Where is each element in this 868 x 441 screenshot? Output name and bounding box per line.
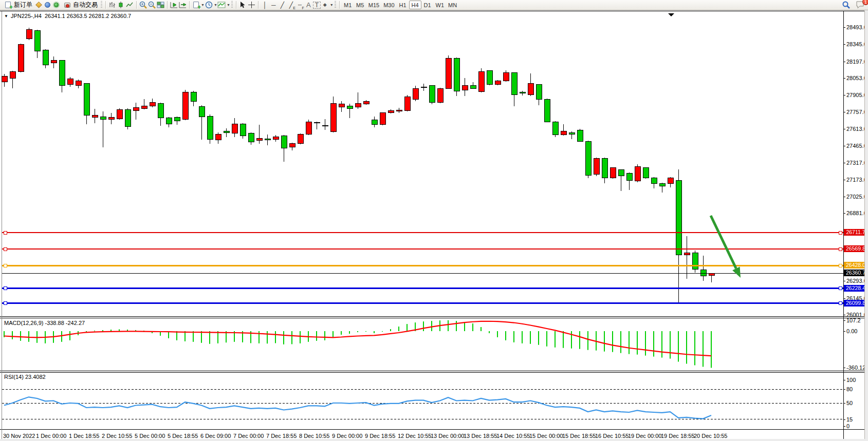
price-axis-label: 28345.0: [846, 41, 867, 47]
indicators-dropdown[interactable]: [217, 1, 226, 9]
chart-canvas[interactable]: [0, 11, 868, 441]
timeframe-button-m15[interactable]: M15: [366, 1, 381, 9]
chart-symbol-period: JPN225-,H4: [11, 13, 42, 19]
time-axis-label: 14 Dec 10:55: [496, 433, 530, 439]
time-axis-label: 1 Dec 18:55: [69, 433, 99, 439]
zoom-in-icon[interactable]: [139, 1, 147, 9]
macd-axis-label: -360.12: [846, 365, 865, 371]
new-order-icon: +: [4, 1, 12, 9]
price-axis-label: 27317.0: [846, 160, 867, 166]
chart-shift-marker-icon: [668, 13, 674, 16]
time-axis-label: 8 Dec 10:55: [299, 433, 329, 439]
metaeditor-icon[interactable]: [34, 1, 43, 9]
signals-icon[interactable]: [52, 1, 61, 9]
horizontal-line-26099.8[interactable]: [2, 302, 843, 305]
line-chart-icon[interactable]: [125, 1, 134, 9]
profiles-caret-icon[interactable]: ▼: [214, 3, 217, 7]
trendline-icon[interactable]: ╱: [278, 1, 287, 9]
price-axis-label: 28197.0: [846, 59, 867, 65]
price-axis-label: 28053.0: [846, 75, 867, 81]
time-axis-label: 9 Dec 18:55: [365, 433, 395, 439]
time-axis-label: 19 Dec 00:00: [628, 433, 661, 439]
rsi-axis-label: 50: [846, 400, 853, 406]
price-axis-label: 28493.0: [846, 24, 867, 30]
rsi-label: RSI(14) 23.4082: [4, 374, 46, 380]
rsi-axis-label: 15: [846, 416, 853, 423]
time-axis-label: 20 Dec 10:55: [694, 433, 727, 439]
vertical-line-icon[interactable]: │: [261, 1, 269, 9]
time-axis-label: 9 Dec 00:00: [332, 433, 362, 439]
timeframe-button-mn[interactable]: MN: [446, 1, 459, 9]
crosshair-icon[interactable]: [247, 1, 256, 9]
tile-windows-icon[interactable]: [156, 1, 165, 9]
window-right-edge: [864, 11, 868, 441]
bar-chart-icon[interactable]: [108, 1, 117, 9]
one-click-collapse-icon[interactable]: ▼: [4, 14, 8, 18]
time-axis-label: 13 Dec 00:00: [431, 433, 464, 439]
price-axis-label: 27905.0: [846, 92, 867, 98]
price-axis-label: 27465.0: [846, 143, 867, 149]
price-axis-label: 27025.0: [846, 194, 867, 200]
time-axis-label: 7 Dec 18:55: [266, 433, 297, 439]
new-order-label: 新订单: [14, 1, 32, 9]
chart-shift-icon[interactable]: [178, 1, 187, 9]
chat-icon[interactable]: 1: [855, 1, 866, 9]
time-axis-label: 30 Nov 2022: [3, 433, 35, 439]
time-axis-label: 6 Dec 09:00: [200, 433, 231, 439]
time-axis-label: 15 Dec 18:55: [562, 433, 596, 439]
candlestick-icon[interactable]: [117, 1, 125, 9]
text-tool-icon[interactable]: A: [304, 1, 313, 9]
time-axis-label: 12 Dec 10:55: [398, 433, 431, 439]
time-axis-label: 2 Dec 10:55: [102, 433, 132, 439]
horizontal-line-icon[interactable]: ─: [269, 1, 278, 9]
shapes-caret-icon[interactable]: ▼: [330, 3, 334, 7]
new-chart-dropdown[interactable]: +: [192, 1, 200, 9]
auto-trading-button[interactable]: 自动交易: [61, 1, 100, 10]
shapes-dropdown-icon[interactable]: ◆: [321, 1, 329, 9]
horizontal-line-26428[interactable]: [2, 264, 843, 267]
notification-badge: 1: [862, 0, 868, 5]
price-axis-label: 26293.0: [846, 278, 867, 284]
cursor-icon[interactable]: [238, 1, 247, 9]
time-axis-label: 16 Dec 10:55: [595, 433, 629, 439]
timeframe-button-h4[interactable]: H4: [409, 1, 421, 9]
metatrader-window: + 新订单 自动交易: [0, 0, 868, 441]
search-icon[interactable]: [842, 1, 851, 9]
rsi-axis-label: 100: [846, 377, 856, 383]
candles: [2, 28, 714, 304]
timeframe-button-m30[interactable]: M30: [381, 1, 396, 9]
time-axis-label: 19 Dec 18:55: [661, 433, 694, 439]
horizontal-line-26569.8[interactable]: [2, 247, 843, 251]
timeframe-button-h1[interactable]: H1: [397, 1, 409, 9]
indicators-caret-icon[interactable]: ▼: [227, 3, 230, 7]
fibonacci-icon[interactable]: ┄ F: [296, 1, 304, 9]
price-axis-label: 27613.0: [846, 126, 867, 132]
macd-axis-label: 107.2: [846, 317, 861, 323]
toolbar: + 新订单 自动交易: [0, 0, 868, 10]
chart-ohlc-values: 26341.1 26363.5 26281.2 26360.7: [45, 13, 131, 19]
horizontal-line-26228.4[interactable]: [2, 287, 843, 290]
timeframe-toolbar: M1M5M15M30H1H4D1W1MN: [342, 1, 459, 9]
timeframe-button-d1[interactable]: D1: [421, 1, 434, 9]
timeframe-button-w1[interactable]: W1: [434, 1, 447, 9]
macd-axis-label: 0.00: [846, 328, 857, 334]
text-label-icon[interactable]: T: [313, 2, 321, 9]
chart-window[interactable]: ▼JPN225-,H4 26341.1 26363.5 26281.2 2636…: [0, 11, 868, 441]
timeframe-button-m1[interactable]: M1: [342, 1, 354, 9]
time-axis-label: 5 Dec 00:00: [135, 433, 165, 439]
rsi-indicator: [2, 389, 843, 419]
zoom-out-icon[interactable]: [147, 1, 156, 9]
auto-scroll-icon[interactable]: [170, 1, 178, 9]
drawn-arrow[interactable]: [711, 216, 741, 278]
equidistant-channel-icon[interactable]: ╱ E: [287, 1, 296, 9]
new-order-button[interactable]: + 新订单: [2, 1, 34, 10]
time-axis-label: 13 Dec 18:55: [464, 433, 497, 439]
timeframe-button-m5[interactable]: M5: [354, 1, 366, 9]
profiles-dropdown[interactable]: [205, 1, 213, 9]
time-axis-label: 5 Dec 18:55: [168, 433, 198, 439]
time-axis-label: 1 Dec 00:00: [36, 433, 66, 439]
window-bottom-edge: [0, 439, 868, 441]
new-chart-caret-icon[interactable]: ▼: [201, 3, 205, 7]
community-icon[interactable]: [43, 1, 52, 9]
price-axis-label: 26881.0: [846, 210, 867, 216]
